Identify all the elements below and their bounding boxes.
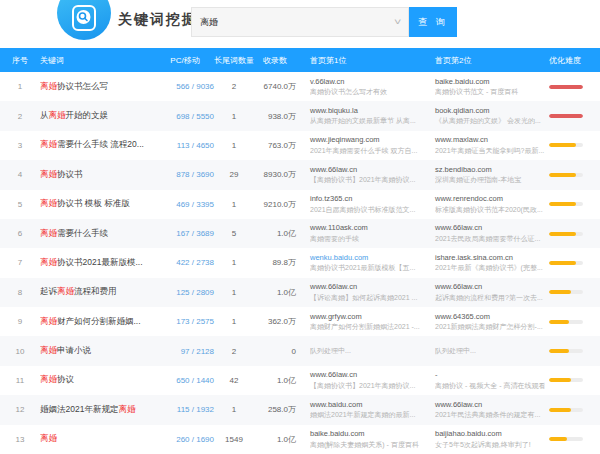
serp-position-2: 队列处理中... <box>427 346 545 356</box>
search-input-value[interactable]: 离婚 <box>200 16 218 29</box>
chevron-down-icon[interactable]: ˅ <box>394 17 401 27</box>
pc-mobile-count-link[interactable]: 469 / 3395 <box>156 200 214 209</box>
serp1-domain[interactable]: www.66law.cn <box>310 165 427 176</box>
indexed-count: 763.0万 <box>254 140 296 151</box>
serp1-domain[interactable]: www.jieqinwang.com <box>310 135 427 146</box>
pc-mobile-count-link[interactable]: 566 / 9036 <box>156 82 214 91</box>
topbar: 关键词挖掘 离婚 ˅ 查 询 <box>0 0 600 48</box>
pc-mobile-count-link[interactable]: 167 / 3689 <box>156 229 214 238</box>
serp2-domain[interactable]: baijiahao.baidu.com <box>435 429 545 440</box>
table-row: 10 离婚申请小说 97 / 2128 2 0 队列处理中... 队列处理中..… <box>0 336 600 365</box>
table-row: 1 离婚协议书怎么写 566 / 9036 2 6740.0万 v.66law.… <box>0 72 600 101</box>
col-header-keyword: 关键词 <box>40 55 156 66</box>
difficulty-bar-fill <box>549 173 576 177</box>
serp1-domain[interactable]: www.baidu.com <box>310 400 427 411</box>
serp2-domain[interactable]: www.64365.com <box>435 312 545 323</box>
keyword-post: 开始的文娱 <box>66 110 109 120</box>
serp2-domain[interactable]: book.qidian.com <box>435 106 545 117</box>
row-index: 8 <box>0 288 40 297</box>
difficulty-cell <box>545 202 600 206</box>
serp2-domain[interactable]: ishare.iask.sina.com.cn <box>435 253 545 264</box>
indexed-count: 938.0万 <box>254 111 296 122</box>
serp1-title: 【诉讼离婚】如何起诉离婚2021 ... <box>310 293 427 303</box>
keyword-highlight: 离婚 <box>40 433 57 443</box>
difficulty-bar-track <box>549 202 583 206</box>
row-index: 10 <box>0 347 40 356</box>
query-button[interactable]: 查 询 <box>409 7 457 37</box>
serp1-title: 离婚财产如何分割新婚姻法2021 -... <box>310 322 427 332</box>
serp-position-1: wenku.baidu.com 离婚协议书2021最新版模板【五... <box>296 253 427 273</box>
serp-position-1: 队列处理中... <box>296 346 427 356</box>
keyword-search-select[interactable]: 离婚 ˅ <box>191 7 409 37</box>
serp1-domain[interactable]: v.66law.cn <box>310 77 427 88</box>
keyword-cell: 婚姻法2021年新规定离婚 <box>40 404 156 416</box>
keyword-post: 需要什么手续 <box>57 228 108 238</box>
pc-mobile-count-link[interactable]: 260 / 1690 <box>156 435 214 444</box>
serp1-title: 离婚协议书怎么写才有效 <box>310 87 427 97</box>
serp-position-2: www.66law.cn 起诉离婚的流程和费用?第一次去... <box>427 282 545 302</box>
serp1-domain[interactable]: www.110ask.com <box>310 223 427 234</box>
serp2-domain[interactable]: www.66law.cn <box>435 400 545 411</box>
keyword-cell: 离婚 <box>40 433 156 445</box>
pc-mobile-count-link[interactable]: 125 / 2809 <box>156 288 214 297</box>
difficulty-bar-track <box>549 143 583 147</box>
serp2-domain[interactable]: www.66law.cn <box>435 223 545 234</box>
difficulty-bar-fill <box>549 143 576 147</box>
keyword-highlight: 离婚 <box>118 404 135 414</box>
difficulty-bar-track <box>549 114 583 118</box>
keyword-cell: 离婚协议书 模板 标准版 <box>40 198 156 210</box>
difficulty-bar-fill <box>549 261 576 265</box>
pc-mobile-count-link[interactable]: 115 / 1932 <box>156 405 214 414</box>
pc-mobile-count-link[interactable]: 173 / 2575 <box>156 317 214 326</box>
serp1-domain[interactable]: www.grfyw.com <box>310 312 427 323</box>
serp1-domain[interactable]: www.66law.cn <box>310 282 427 293</box>
pc-mobile-count-link[interactable]: 650 / 1440 <box>156 376 214 385</box>
serp1-domain[interactable]: wenku.baidu.com <box>310 253 427 264</box>
serp1-domain[interactable]: www.66law.cn <box>310 370 427 381</box>
serp2-domain[interactable]: www.maxlaw.cn <box>435 135 545 146</box>
serp1-title: 离婚协议书2021最新版模板【五... <box>310 263 427 273</box>
serp1-title: 婚姻法2021年新规定离婚的最新... <box>310 410 427 420</box>
keyword-highlight: 离婚 <box>40 316 57 326</box>
table-row: 9 离婚财产如何分割新婚姻... 173 / 2575 1 362.0万 www… <box>0 307 600 336</box>
serp2-domain[interactable]: baike.baidu.com <box>435 77 545 88</box>
serp1-domain[interactable]: info.tz365.cn <box>310 194 427 205</box>
difficulty-bar-fill <box>549 378 571 382</box>
difficulty-cell <box>545 143 600 147</box>
serp-position-2: www.renrendoc.com 标准版离婚协议书范本2020(民政... <box>427 194 545 214</box>
serp1-domain[interactable]: www.biquku.la <box>310 106 427 117</box>
longtail-count: 1 <box>214 112 254 121</box>
serp-position-2: baijiahao.baidu.com 女子5年5次起诉离婚,终审判了! <box>427 429 545 449</box>
serp-position-2: www.66law.cn 2021去民政局离婚需要带什么证... <box>427 223 545 243</box>
serp2-title: 2021新婚姻法离婚财产怎样分割-... <box>435 322 545 332</box>
pc-mobile-count-link[interactable]: 698 / 5550 <box>156 112 214 121</box>
keyword-pre: 起诉 <box>40 286 57 296</box>
row-index: 13 <box>0 435 40 444</box>
indexed-count: 6740.0万 <box>254 81 296 92</box>
serp2-domain[interactable]: - <box>435 370 545 381</box>
serp2-title: 离婚协议书范文 - 百度百科 <box>435 87 545 97</box>
keyword-post: 申请小说 <box>57 345 91 355</box>
serp2-domain[interactable]: www.66law.cn <box>435 282 545 293</box>
serp2-domain[interactable]: www.renrendoc.com <box>435 194 545 205</box>
difficulty-bar-track <box>549 378 583 382</box>
serp1-domain[interactable]: baike.baidu.com <box>310 429 427 440</box>
pc-mobile-count-link[interactable]: 113 / 4650 <box>156 141 214 150</box>
difficulty-bar-track <box>549 408 583 412</box>
table-body: 1 离婚协议书怎么写 566 / 9036 2 6740.0万 v.66law.… <box>0 72 600 454</box>
difficulty-cell <box>545 85 600 89</box>
keyword-post: 协议书怎么写 <box>57 81 108 91</box>
pc-mobile-count-link[interactable]: 422 / 2738 <box>156 258 214 267</box>
pc-mobile-count-link[interactable]: 97 / 2128 <box>156 347 214 356</box>
longtail-count: 1 <box>214 317 254 326</box>
serp2-domain[interactable]: sz.bendibao.com <box>435 165 545 176</box>
longtail-count: 1 <box>214 258 254 267</box>
table-row: 11 离婚协议 650 / 1440 42 1.0亿 www.66law.cn … <box>0 366 600 395</box>
serp2-title: 《从离婚开始的文娱》 会发光的... <box>435 116 545 126</box>
indexed-count: 1.0亿 <box>254 228 296 239</box>
longtail-count: 1549 <box>214 435 254 444</box>
longtail-count: 2 <box>214 82 254 91</box>
keyword-highlight: 离婚 <box>40 257 57 267</box>
pc-mobile-count-link[interactable]: 878 / 3690 <box>156 170 214 179</box>
serp-position-1: info.tz365.cn 2021自愿离婚协议书标准版范文... <box>296 194 427 214</box>
